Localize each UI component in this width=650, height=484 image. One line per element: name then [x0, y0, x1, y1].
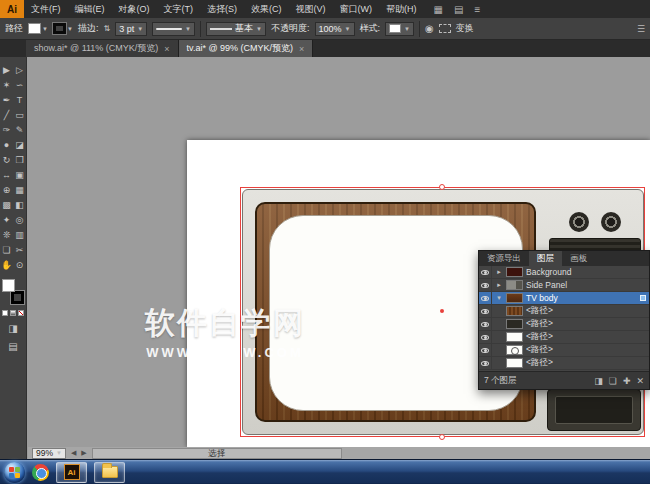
- next-artboard-icon[interactable]: ▶: [81, 449, 86, 457]
- visibility-toggle[interactable]: [479, 357, 492, 370]
- layer-row-path[interactable]: <路径>: [479, 305, 649, 318]
- control-panel-menu-icon[interactable]: ☰: [637, 24, 645, 34]
- new-sublayer-icon[interactable]: ❏: [609, 376, 617, 386]
- pen-tool[interactable]: ✒: [0, 92, 13, 107]
- arrange-documents-icon[interactable]: ▦: [434, 4, 443, 15]
- menu-window[interactable]: 窗口(W): [333, 0, 380, 18]
- make-clip-mask-icon[interactable]: ◨: [594, 376, 603, 386]
- isolate-selected-icon[interactable]: [439, 24, 451, 33]
- visibility-toggle[interactable]: [479, 331, 492, 344]
- layer-name[interactable]: <路径>: [526, 331, 553, 343]
- width-tool[interactable]: ↔: [0, 167, 13, 182]
- none-mode-icon[interactable]: [18, 310, 24, 316]
- eyedropper-tool[interactable]: ✦: [0, 212, 13, 227]
- layer-row-path[interactable]: <路径>: [479, 318, 649, 331]
- stroke-color-picker[interactable]: ▼: [53, 23, 73, 34]
- visibility-toggle[interactable]: [479, 318, 492, 331]
- scale-tool[interactable]: ❒: [13, 152, 26, 167]
- layer-name[interactable]: Side Panel: [526, 280, 567, 290]
- layer-name[interactable]: Background: [526, 267, 571, 277]
- line-segment-tool[interactable]: ╱: [0, 107, 13, 122]
- menu-type[interactable]: 文字(T): [157, 0, 201, 18]
- prev-artboard-icon[interactable]: ◀: [71, 449, 76, 457]
- selection-handle-bottom[interactable]: [439, 434, 445, 440]
- opacity-select[interactable]: 100% ▼: [315, 22, 355, 36]
- menu-help[interactable]: 帮助(H): [379, 0, 424, 18]
- close-icon[interactable]: ×: [164, 44, 169, 54]
- symbol-sprayer-tool[interactable]: ❊: [0, 227, 13, 242]
- visibility-toggle[interactable]: [479, 305, 492, 318]
- hand-tool[interactable]: ✋: [0, 257, 13, 272]
- transform-link[interactable]: 变换: [456, 22, 474, 35]
- column-graph-tool[interactable]: ▥: [13, 227, 26, 242]
- illustrator-taskbar-button[interactable]: Ai: [56, 462, 87, 483]
- tab-artboards[interactable]: 画板: [562, 251, 595, 266]
- layer-row-path[interactable]: <路径>: [479, 331, 649, 344]
- stroke-width-stepper[interactable]: ⇅: [103, 24, 110, 33]
- layer-row-path[interactable]: <路径>: [479, 357, 649, 370]
- menu-file[interactable]: 文件(F): [24, 0, 68, 18]
- stroke-width-select[interactable]: 3 pt ▼: [115, 22, 147, 36]
- menu-effect[interactable]: 效果(C): [244, 0, 289, 18]
- toolbar-stroke-swatch[interactable]: [11, 291, 24, 304]
- chrome-taskbar-button[interactable]: [32, 464, 49, 481]
- shape-builder-tool[interactable]: ⊕: [0, 182, 13, 197]
- paintbrush-tool[interactable]: ✑: [0, 122, 13, 137]
- visibility-toggle[interactable]: [479, 266, 492, 279]
- delete-layer-icon[interactable]: ✕: [636, 376, 644, 386]
- menu-view[interactable]: 视图(V): [289, 0, 333, 18]
- visibility-toggle[interactable]: [479, 279, 492, 292]
- tab-tv-ai[interactable]: tv.ai* @ 99% (CMYK/预览) ×: [179, 40, 314, 57]
- toolbar-fill-swatch[interactable]: [2, 279, 15, 292]
- fill-color-picker[interactable]: ▼: [28, 23, 48, 34]
- close-icon[interactable]: ×: [299, 44, 304, 54]
- layer-row-tv-body[interactable]: ▾ TV body: [479, 292, 649, 305]
- layer-name[interactable]: <路径>: [526, 305, 553, 317]
- slice-tool[interactable]: ✂: [13, 242, 26, 257]
- explorer-taskbar-button[interactable]: [94, 462, 125, 483]
- chevron-right-icon[interactable]: ▸: [495, 268, 503, 276]
- menu-edit[interactable]: 编辑(E): [68, 0, 112, 18]
- zoom-select[interactable]: 99% ▼: [32, 448, 66, 459]
- new-layer-icon[interactable]: ✚: [623, 376, 631, 386]
- layer-row-side-panel[interactable]: ▸ Side Panel: [479, 279, 649, 292]
- artboard-tool[interactable]: ❏: [0, 242, 13, 257]
- lasso-tool[interactable]: ∽: [13, 77, 26, 92]
- blob-brush-tool[interactable]: ●: [0, 137, 13, 152]
- recolor-artwork-icon[interactable]: ◉: [425, 23, 434, 34]
- chevron-down-icon[interactable]: ▾: [495, 294, 503, 302]
- tv-bottom-speaker[interactable]: [547, 389, 641, 431]
- pencil-tool[interactable]: ✎: [13, 122, 26, 137]
- perspective-grid-tool[interactable]: ▦: [13, 182, 26, 197]
- zoom-tool[interactable]: ⊙: [13, 257, 26, 272]
- tv-knob-left[interactable]: [569, 212, 589, 232]
- brush-definition-select[interactable]: ▼: [152, 22, 195, 36]
- tab-asset-export[interactable]: 资源导出: [479, 251, 529, 266]
- chevron-right-icon[interactable]: ▸: [495, 281, 503, 289]
- rectangle-tool[interactable]: ▭: [13, 107, 26, 122]
- color-mode-icon[interactable]: [2, 310, 8, 316]
- layer-name[interactable]: <路径>: [526, 318, 553, 330]
- layer-name[interactable]: TV body: [526, 293, 558, 303]
- mesh-tool[interactable]: ▩: [0, 197, 13, 212]
- tv-knob-right[interactable]: [601, 212, 621, 232]
- direct-selection-tool[interactable]: ▷: [13, 62, 26, 77]
- layer-row-path[interactable]: <路径>: [479, 344, 649, 357]
- draw-mode-icon[interactable]: ◨: [0, 323, 26, 334]
- screen-mode-icon[interactable]: ▤: [0, 341, 26, 352]
- visibility-toggle[interactable]: [479, 344, 492, 357]
- layer-name[interactable]: <路径>: [526, 344, 553, 356]
- tab-layers[interactable]: 图层: [529, 251, 562, 266]
- rotate-tool[interactable]: ↻: [0, 152, 13, 167]
- menu-select[interactable]: 选择(S): [200, 0, 244, 18]
- layer-row-background[interactable]: ▸ Background: [479, 266, 649, 279]
- blend-tool[interactable]: ◎: [13, 212, 26, 227]
- magic-wand-tool[interactable]: ✶: [0, 77, 13, 92]
- tab-show-ai[interactable]: show.ai* @ 111% (CMYK/预览) ×: [26, 40, 179, 57]
- selection-handle-top[interactable]: [439, 184, 445, 190]
- free-transform-tool[interactable]: ▣: [13, 167, 26, 182]
- gradient-tool[interactable]: ◧: [13, 197, 26, 212]
- menu-icon[interactable]: ≡: [474, 4, 480, 15]
- selection-tool[interactable]: ▶: [0, 62, 13, 77]
- menu-object[interactable]: 对象(O): [112, 0, 157, 18]
